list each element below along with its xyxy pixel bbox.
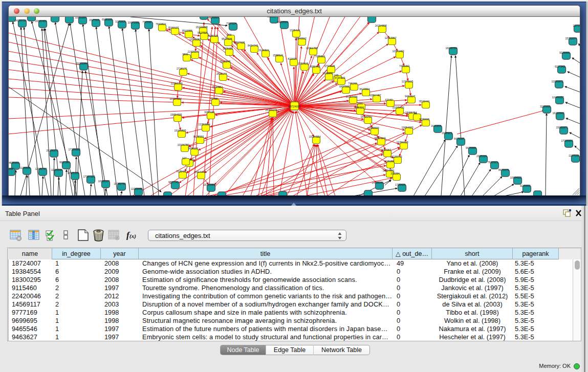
svg-text:1938923: 1938923 <box>442 132 452 135</box>
svg-text:12213967: 12213967 <box>384 36 396 39</box>
svg-text:8160123: 8160123 <box>168 26 179 29</box>
svg-text:7632621: 7632621 <box>488 161 498 164</box>
svg-text:17359928: 17359928 <box>68 148 80 151</box>
svg-text:2867608: 2867608 <box>234 41 245 44</box>
svg-text:9896: 9896 <box>182 53 188 56</box>
svg-text:9227342: 9227342 <box>555 65 565 68</box>
svg-text:24055724: 24055724 <box>14 19 26 22</box>
svg-text:3215955: 3215955 <box>540 105 550 108</box>
svg-text:3875685: 3875685 <box>223 47 233 50</box>
svg-text:6479197: 6479197 <box>454 137 464 140</box>
svg-text:15716485: 15716485 <box>203 183 215 186</box>
svg-text:1588520: 1588520 <box>273 54 283 57</box>
svg-text:7986322: 7986322 <box>354 106 364 109</box>
svg-text:10025433: 10025433 <box>392 106 404 109</box>
svg-text:9146821: 9146821 <box>259 49 269 52</box>
svg-text:9684067: 9684067 <box>381 148 391 151</box>
svg-text:9245652: 9245652 <box>520 184 530 187</box>
svg-text:9474444: 9474444 <box>466 146 476 149</box>
svg-text:39159: 39159 <box>9 167 13 170</box>
svg-text:9463627: 9463627 <box>405 95 415 98</box>
svg-text:13353594: 13353594 <box>198 123 210 126</box>
svg-text:6794028: 6794028 <box>324 64 335 68</box>
svg-text:8471676: 8471676 <box>498 168 509 171</box>
svg-text:7663822: 7663822 <box>156 23 166 26</box>
svg-text:1621072: 1621072 <box>322 72 333 75</box>
svg-text:10671355: 10671355 <box>127 21 139 24</box>
svg-text:16033809: 16033809 <box>207 17 219 19</box>
svg-text:127: 127 <box>182 157 187 160</box>
svg-text:8678332: 8678332 <box>193 135 204 138</box>
svg-text:19654925: 19654925 <box>170 113 182 116</box>
svg-text:1640954: 1640954 <box>431 124 441 127</box>
svg-text:6497568: 6497568 <box>339 85 350 88</box>
svg-text:10807487: 10807487 <box>369 94 381 97</box>
svg-text:8990448: 8990448 <box>310 65 320 68</box>
svg-text:3624554: 3624554 <box>359 87 369 91</box>
svg-text:(x): (x) <box>129 233 136 239</box>
svg-text:11172: 11172 <box>573 24 580 27</box>
svg-text:1527602: 1527602 <box>89 18 99 21</box>
svg-text:10958107: 10958107 <box>98 180 110 183</box>
svg-text:9997586: 9997586 <box>59 161 70 164</box>
svg-text:10653267: 10653267 <box>75 17 86 19</box>
svg-text:2087682: 2087682 <box>365 17 375 17</box>
svg-text:16154808: 16154808 <box>375 24 386 27</box>
svg-text:9527508: 9527508 <box>222 37 232 40</box>
svg-text:3498222: 3498222 <box>188 147 198 150</box>
svg-text:9242848: 9242848 <box>220 60 230 63</box>
svg-text:12975115: 12975115 <box>402 80 413 83</box>
svg-text:6966160: 6966160 <box>102 18 112 21</box>
svg-text:1733426: 1733426 <box>395 183 405 186</box>
svg-text:15692971: 15692971 <box>556 126 568 129</box>
svg-text:7955812: 7955812 <box>315 55 325 58</box>
svg-text:1325419: 1325419 <box>290 29 300 32</box>
svg-text:62160: 62160 <box>385 98 393 101</box>
svg-text:1615132: 1615132 <box>384 160 394 163</box>
svg-text:1167533: 1167533 <box>569 154 579 157</box>
svg-text:22420046: 22420046 <box>187 50 199 53</box>
svg-text:252254: 252254 <box>390 172 399 175</box>
svg-text:10107554: 10107554 <box>169 97 181 100</box>
svg-text:19384554: 19384554 <box>309 135 320 138</box>
svg-text:7357224: 7357224 <box>226 22 236 25</box>
svg-text:9329966: 9329966 <box>559 51 570 54</box>
svg-text:16120746: 16120746 <box>390 155 402 158</box>
svg-text:41700: 41700 <box>210 97 218 100</box>
svg-text:10973493: 10973493 <box>392 50 404 53</box>
svg-text:20206576: 20206576 <box>46 149 58 152</box>
svg-text:2718176: 2718176 <box>177 67 187 70</box>
svg-text:14136141: 14136141 <box>372 181 383 184</box>
svg-text:12444157: 12444157 <box>552 96 563 99</box>
svg-text:1156829: 1156829 <box>20 166 30 169</box>
svg-text:9777169: 9777169 <box>335 76 345 79</box>
svg-text:11451194: 11451194 <box>51 168 62 171</box>
svg-text:9527506: 9527506 <box>198 31 208 34</box>
svg-text:10543382: 10543382 <box>189 38 201 41</box>
svg-text:19218506: 19218506 <box>276 20 288 24</box>
svg-text:11923448: 11923448 <box>131 187 143 190</box>
svg-text:12942737: 12942737 <box>35 167 47 170</box>
svg-text:15226058: 15226058 <box>195 26 207 29</box>
svg-text:7485063: 7485063 <box>399 64 409 68</box>
svg-text:19654923: 19654923 <box>401 126 413 129</box>
svg-text:546: 546 <box>227 33 232 36</box>
svg-text:20364436: 20364436 <box>345 95 357 98</box>
svg-text:822037: 822037 <box>288 57 296 60</box>
svg-text:2935114: 2935114 <box>476 155 487 158</box>
svg-text:16210643: 16210643 <box>552 112 564 115</box>
svg-text:17957223: 17957223 <box>83 175 95 178</box>
svg-text:9857791: 9857791 <box>168 181 179 184</box>
svg-text:44: 44 <box>414 112 417 115</box>
svg-text:751552: 751552 <box>142 20 151 24</box>
svg-text:8427552: 8427552 <box>212 85 223 89</box>
svg-text:9039695: 9039695 <box>419 118 429 121</box>
svg-text:15751074: 15751074 <box>565 37 577 40</box>
svg-text:1362615: 1362615 <box>298 62 308 65</box>
svg-text:12213369: 12213369 <box>170 82 182 85</box>
svg-text:7625402: 7625402 <box>176 170 186 173</box>
svg-text:1071915: 1071915 <box>115 20 125 23</box>
svg-text:1091: 1091 <box>357 102 363 105</box>
svg-text:8186328: 8186328 <box>208 34 218 37</box>
svg-text:8912955: 8912955 <box>182 29 192 32</box>
